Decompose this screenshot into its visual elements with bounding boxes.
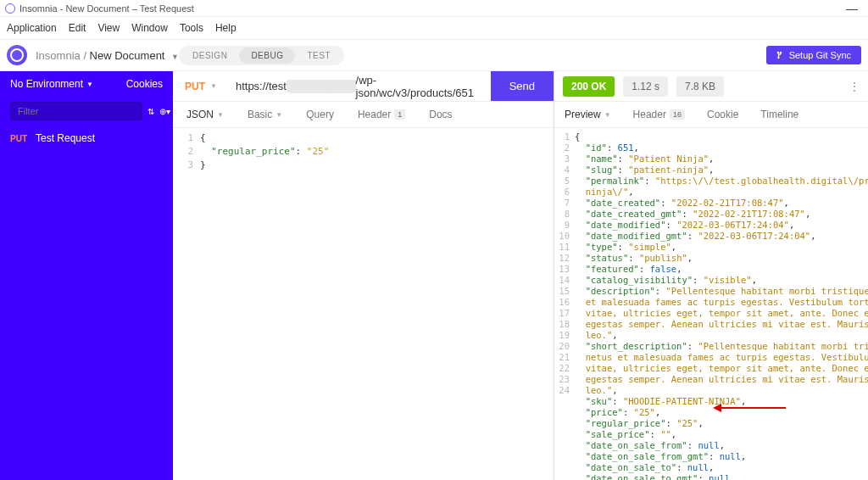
response-panel: 200 OK 1.12 s 7.8 KB ⋮ Preview ▼ Header … — [554, 71, 868, 480]
request-name: Test Request — [36, 132, 95, 144]
response-body-viewer[interactable]: 123456789101112131415161718192021222324 … — [554, 128, 868, 480]
request-body-editor[interactable]: 123 { "regular_price": "25"} — [173, 128, 554, 480]
request-item[interactable]: PUT Test Request — [0, 126, 173, 151]
size-badge: 7.8 KB — [676, 76, 724, 97]
branch-icon — [776, 51, 785, 59]
response-history-icon[interactable]: ⋮ — [849, 81, 860, 92]
sidebar: No Environment ▼ Cookies ⇅ ⊕▾ PUT Test R… — [0, 71, 173, 480]
breadcrumb-current[interactable]: New Document — [90, 49, 165, 62]
mode-debug[interactable]: DEBUG — [239, 47, 295, 64]
tab-header[interactable]: Header 1 — [358, 109, 405, 120]
svg-marker-1 — [713, 404, 721, 412]
add-icon[interactable]: ⊕▾ — [159, 107, 170, 116]
menu-application[interactable]: Application — [7, 22, 57, 34]
menu-tools[interactable]: Tools — [180, 22, 203, 34]
setup-git-sync-button[interactable]: Setup Git Sync — [766, 46, 861, 64]
cookies-button[interactable]: Cookies — [126, 78, 163, 90]
send-button[interactable]: Send — [491, 71, 554, 101]
chevron-down-icon: ▼ — [604, 111, 611, 119]
tab-timeline[interactable]: Timeline — [760, 109, 798, 120]
titlebar: Insomnia - New Document – Test Request — — [0, 0, 868, 17]
mode-design[interactable]: DESIGN — [181, 47, 239, 64]
mode-test[interactable]: TEST — [295, 47, 342, 64]
menu-view[interactable]: View — [97, 22, 120, 34]
window-title: Insomnia - New Document – Test Request — [19, 3, 194, 14]
menubar: Application Edit View Window Tools Help — [0, 17, 868, 40]
status-badge: 200 OK — [563, 76, 615, 97]
app-icon — [5, 3, 15, 14]
insomnia-logo-icon[interactable] — [7, 45, 27, 65]
body-type-dropdown[interactable]: JSON ▼ — [186, 109, 224, 120]
tab-query[interactable]: Query — [306, 109, 334, 120]
preview-dropdown[interactable]: Preview ▼ — [565, 109, 611, 120]
chevron-down-icon: ▼ — [210, 82, 217, 90]
chevron-down-icon[interactable]: ▼ — [171, 53, 179, 61]
breadcrumb: Insomnia / New Document ▼ — [36, 49, 179, 62]
tab-cookie[interactable]: Cookie — [707, 109, 738, 120]
request-panel: PUT ▼ https://test████████/wp-json/wc/v3… — [173, 71, 554, 480]
sort-icon[interactable]: ⇅ — [147, 107, 154, 116]
mode-switcher: DESIGN DEBUG TEST — [179, 46, 344, 65]
environment-selector[interactable]: No Environment ▼ — [10, 78, 93, 90]
tab-auth[interactable]: Basic ▼ — [248, 109, 282, 120]
response-header-count-badge: 16 — [670, 109, 685, 120]
chevron-down-icon: ▼ — [217, 111, 224, 119]
url-masked-segment: ████████ — [287, 80, 356, 92]
annotation-arrow-icon — [711, 403, 787, 415]
header-count-badge: 1 — [394, 109, 405, 120]
document-bar: Insomnia / New Document ▼ DESIGN DEBUG T… — [0, 40, 868, 71]
minimize-icon[interactable]: — — [846, 2, 858, 15]
method-dropdown[interactable]: PUT ▼ — [173, 71, 229, 101]
tab-docs[interactable]: Docs — [429, 109, 452, 120]
time-badge: 1.12 s — [623, 76, 668, 97]
request-method-badge: PUT — [10, 134, 27, 143]
sidebar-filter-input[interactable] — [10, 102, 142, 120]
menu-help[interactable]: Help — [215, 22, 236, 34]
menu-edit[interactable]: Edit — [69, 22, 86, 34]
chevron-down-icon: ▼ — [86, 81, 93, 88]
breadcrumb-root[interactable]: Insomnia — [36, 49, 81, 62]
chevron-down-icon: ▼ — [275, 111, 282, 119]
menu-window[interactable]: Window — [131, 22, 168, 34]
tab-response-header[interactable]: Header 16 — [633, 109, 685, 120]
url-input[interactable]: https://test████████/wp-json/wc/v3/produ… — [229, 71, 491, 101]
